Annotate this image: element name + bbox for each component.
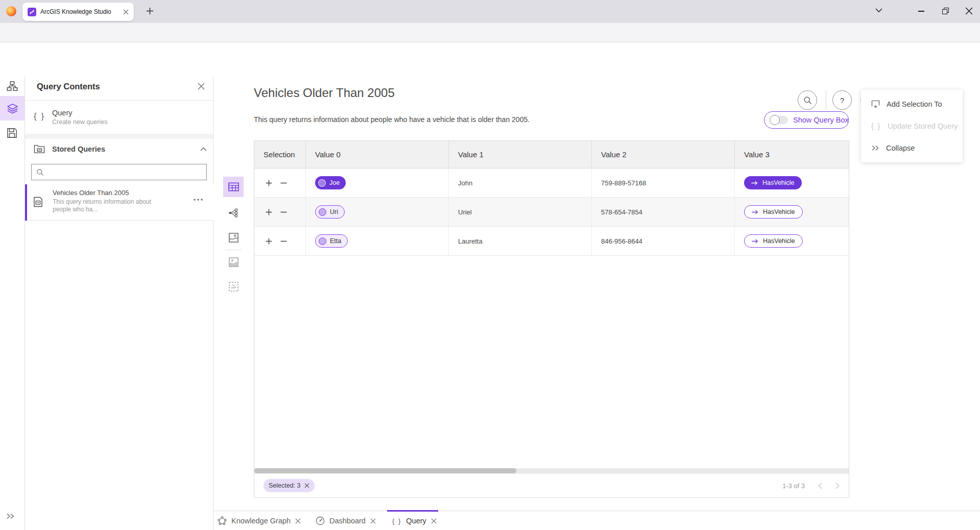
- search-icon: [36, 168, 44, 176]
- header-divider: [826, 90, 826, 110]
- stored-queries-title: Stored Queries: [52, 145, 105, 153]
- new-tab-button[interactable]: [146, 7, 154, 15]
- stored-query-item[interactable]: Vehicles Older Than 2005 This query retu…: [25, 184, 213, 221]
- remove-selection-icon[interactable]: [280, 240, 287, 242]
- menu-item-collapse[interactable]: Collapse: [861, 137, 963, 159]
- stored-query-title: Vehicles Older Than 2005: [53, 189, 129, 197]
- clear-selection-icon[interactable]: [304, 483, 309, 488]
- table-row[interactable]: Etta Lauretta 846-956-8644 HasVehicle: [254, 227, 849, 256]
- tab-list-chevron-icon[interactable]: [875, 8, 882, 13]
- layers-icon[interactable]: [7, 103, 18, 114]
- browser-nav-bar: https://dev0028833.esri.com/portal/apps/…: [0, 23, 980, 42]
- bottom-tab-bar: Knowledge Graph Dashboard { } Query: [213, 511, 980, 530]
- tab-close-icon[interactable]: [370, 518, 376, 524]
- cell-value2: 578-654-7854: [592, 198, 735, 226]
- tab-query[interactable]: { } Query: [392, 511, 437, 530]
- table-row[interactable]: Joe John 759-889-57168 HasVehicle: [254, 168, 849, 198]
- table-empty-area: [254, 256, 849, 468]
- scrollbar-thumb[interactable]: [254, 468, 516, 473]
- toggle-track[interactable]: [771, 116, 788, 124]
- horizontal-scrollbar[interactable]: [254, 468, 849, 473]
- selected-count-chip[interactable]: Selected: 3: [264, 479, 315, 492]
- more-options-icon[interactable]: [194, 199, 203, 201]
- page-title: Vehicles Older Than 2005: [254, 86, 395, 100]
- app-header: Certification Project ? PL publisher2 la…: [0, 42, 980, 76]
- screen: ArcGIS Knowledge Studio: [0, 0, 980, 530]
- tab-dashboard[interactable]: Dashboard: [316, 511, 376, 530]
- link-chart-view-button[interactable]: [223, 203, 244, 223]
- remove-selection-icon[interactable]: [280, 182, 287, 184]
- stored-queries-folder-icon: [34, 143, 45, 154]
- column-header[interactable]: Value 0: [306, 141, 449, 168]
- entity-dot-icon: [319, 208, 326, 216]
- help-button[interactable]: ?: [832, 90, 852, 110]
- entity-dot-icon: [318, 179, 326, 187]
- tab-title: ArcGIS Knowledge Studio: [40, 8, 123, 15]
- add-selection-icon[interactable]: [266, 180, 272, 186]
- menu-item-add-selection-to[interactable]: Add Selection To: [861, 93, 963, 115]
- add-selection-to-icon: [871, 100, 880, 108]
- relation-pill[interactable]: HasVehicle: [744, 205, 803, 219]
- column-header[interactable]: Selection: [254, 141, 306, 168]
- window-restore-button[interactable]: [942, 8, 949, 15]
- cell-value2: 759-889-57168: [592, 168, 735, 197]
- toolbar-divider: [225, 250, 242, 250]
- tab-close-icon[interactable]: [431, 518, 437, 524]
- table-header-row: Selection Value 0 Value 1 Value 2 Value …: [254, 141, 849, 168]
- header-search-button[interactable]: [798, 90, 817, 110]
- entity-pill[interactable]: Joe: [315, 176, 346, 189]
- tab-close-icon[interactable]: [123, 9, 129, 15]
- data-model-icon[interactable]: [7, 81, 18, 92]
- expand-panel-icon[interactable]: [6, 513, 15, 520]
- next-page-icon[interactable]: [835, 483, 840, 489]
- add-selection-icon[interactable]: [266, 209, 272, 215]
- column-header[interactable]: Value 3: [735, 141, 849, 168]
- toggle-knob[interactable]: [770, 115, 780, 125]
- selection-map-view-button[interactable]: [223, 276, 244, 297]
- panel-title: Query Contents: [37, 82, 100, 91]
- show-query-box-toggle[interactable]: Show Query Box: [764, 111, 849, 129]
- search-input[interactable]: [48, 168, 202, 176]
- column-header[interactable]: Value 2: [592, 141, 735, 168]
- window-minimize-button[interactable]: [918, 11, 924, 12]
- chevron-up-icon[interactable]: [200, 147, 207, 151]
- stored-query-doc-icon: [33, 197, 43, 207]
- stored-queries-search-box[interactable]: [31, 164, 207, 180]
- results-table: Selection Value 0 Value 1 Value 2 Value …: [254, 140, 849, 498]
- double-chevron-right-icon: [871, 145, 879, 151]
- entity-pill[interactable]: Etta: [315, 234, 348, 248]
- relation-pill[interactable]: HasVehicle: [744, 176, 802, 189]
- add-selection-icon[interactable]: [266, 238, 272, 245]
- prev-page-icon[interactable]: [818, 483, 822, 489]
- cell-value1: Lauretta: [449, 227, 592, 255]
- show-query-box-label: Show Query Box: [793, 116, 849, 124]
- pagination-label: 1-3 of 3: [782, 482, 805, 490]
- remove-selection-icon[interactable]: [280, 211, 287, 213]
- braces-icon: { }: [871, 122, 881, 130]
- browser-tab[interactable]: ArcGIS Knowledge Studio: [22, 3, 134, 21]
- tab-close-icon[interactable]: [295, 518, 301, 524]
- page-description: This query returns information about peo…: [254, 115, 530, 124]
- map-view-button[interactable]: [223, 227, 244, 248]
- relation-pill[interactable]: HasVehicle: [744, 234, 803, 248]
- selected-indicator-bar: [25, 184, 27, 221]
- firefox-icon[interactable]: [6, 6, 16, 16]
- braces-icon: { }: [392, 517, 401, 525]
- table-view-button[interactable]: [223, 177, 244, 197]
- tab-knowledge-graph[interactable]: Knowledge Graph: [218, 511, 301, 530]
- column-header[interactable]: Value 1: [449, 141, 592, 168]
- knowledge-graph-icon: [218, 516, 227, 525]
- query-contents-panel: [25, 76, 213, 530]
- context-menu: Add Selection To { } Update Stored Query…: [861, 90, 963, 162]
- table-footer: Selected: 3 1-3 of 3: [254, 473, 849, 497]
- table-row[interactable]: Uri Uriel 578-654-7854 HasVehicle: [254, 198, 849, 227]
- section-gap: [25, 134, 213, 139]
- new-query-item[interactable]: [25, 101, 213, 134]
- menu-item-update-stored-query[interactable]: { } Update Stored Query: [861, 115, 963, 137]
- save-icon[interactable]: [7, 128, 17, 138]
- window-close-button[interactable]: [965, 7, 973, 15]
- entity-pill[interactable]: Uri: [315, 205, 345, 219]
- cell-value2: 846-956-8644: [592, 227, 735, 255]
- panel-close-icon[interactable]: [198, 83, 205, 90]
- new-map-view-button[interactable]: [223, 252, 244, 272]
